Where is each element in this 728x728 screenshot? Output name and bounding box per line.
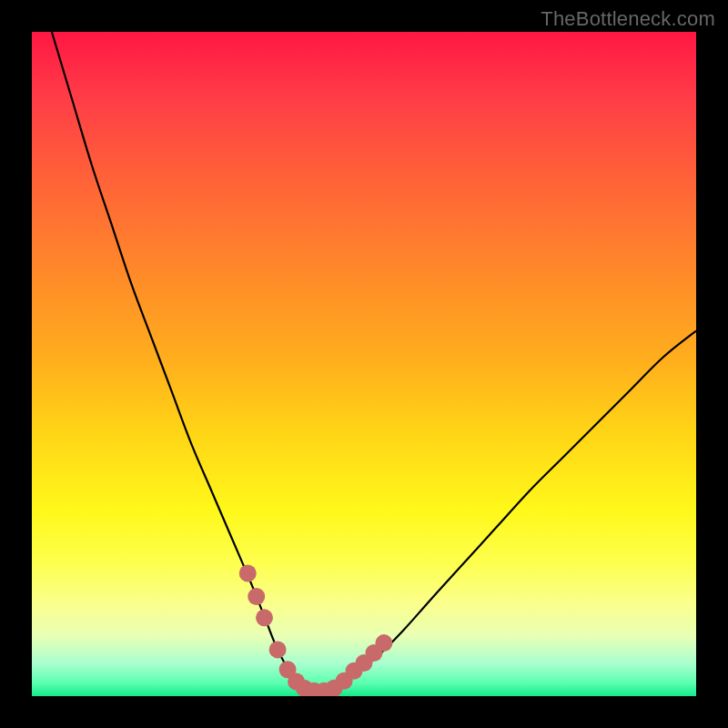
highlight-dot — [375, 634, 392, 652]
bottleneck-curve — [52, 32, 696, 691]
highlight-dot — [256, 609, 273, 626]
highlight-markers — [239, 564, 393, 696]
highlight-dot — [239, 564, 257, 581]
highlight-dot — [269, 641, 287, 658]
chart-overlay — [32, 32, 696, 696]
watermark-text: TheBottleneck.com — [541, 7, 715, 31]
highlight-dot — [248, 588, 265, 605]
